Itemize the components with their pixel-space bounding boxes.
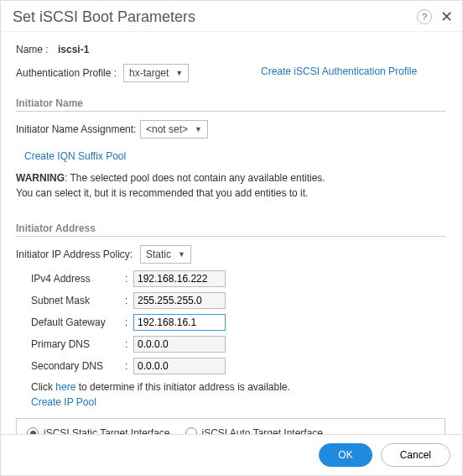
ip-policy-select[interactable]: Static ▼ [140, 245, 191, 264]
create-ip-pool-link[interactable]: Create IP Pool [31, 396, 96, 408]
address-fields: IPv4 Address : Subnet Mask : Default Gat… [31, 270, 445, 408]
create-iqn-link[interactable]: Create IQN Suffix Pool [24, 150, 126, 162]
gateway-input[interactable] [133, 314, 226, 331]
check-availability: Click here to determine if this initiato… [31, 381, 445, 393]
subnet-label: Subnet Mask [31, 295, 125, 306]
radio-icon [185, 427, 197, 434]
colon: : [125, 316, 133, 328]
ip-policy-value: Static [146, 248, 171, 260]
pdns-label: Primary DNS [31, 338, 125, 350]
divider [16, 236, 445, 237]
subnet-input[interactable] [133, 292, 226, 309]
pdns-input[interactable] [133, 336, 226, 353]
help-icon[interactable]: ? [417, 9, 432, 24]
ipv4-label: IPv4 Address [31, 273, 125, 285]
warning-line1: : The selected pool does not contain any… [65, 172, 325, 184]
radio-static-target[interactable]: iSCSI Static Target Interface [27, 427, 170, 434]
name-value: iscsi-1 [58, 44, 89, 55]
ip-policy-label: Initiator IP Address Policy: [16, 248, 140, 260]
ip-policy-row: Initiator IP Address Policy: Static ▼ [16, 245, 445, 264]
caret-down-icon: ▼ [178, 250, 185, 259]
warning-line2: You can select it, but it is recommended… [16, 187, 308, 199]
title-bar-actions: ? ✕ [417, 8, 454, 26]
subnet-row: Subnet Mask : [31, 292, 445, 309]
initiator-assignment-select[interactable]: <not set> ▼ [140, 120, 208, 139]
initiator-assignment-row: Initiator Name Assignment: <not set> ▼ [16, 120, 445, 139]
dialog-title: Set iSCSI Boot Parameters [13, 8, 195, 26]
initiator-assignment-value: <not set> [146, 123, 188, 135]
ok-button[interactable]: OK [319, 443, 372, 467]
check-here-link[interactable]: here [55, 381, 75, 393]
caret-down-icon: ▼ [195, 125, 202, 133]
target-interface-box: iSCSI Static Target Interface iSCSI Auto… [16, 418, 445, 434]
dialog-footer: OK Cancel [1, 434, 462, 475]
colon: : [125, 273, 133, 285]
auth-profile-label: Authentication Profile : [16, 67, 123, 79]
sdns-label: Secondary DNS [31, 360, 125, 372]
name-row: Name : iscsi-1 [16, 44, 445, 55]
dialog-content[interactable]: Name : iscsi-1 Authentication Profile : … [1, 32, 462, 434]
target-radio-group: iSCSI Static Target Interface iSCSI Auto… [27, 427, 434, 434]
create-iqn-link-wrap: Create IQN Suffix Pool [24, 150, 445, 162]
create-ip-pool-wrap: Create IP Pool [31, 396, 445, 408]
pool-warning: WARNING: The selected pool does not cont… [16, 170, 445, 201]
pdns-row: Primary DNS : [31, 336, 445, 353]
colon: : [125, 338, 133, 350]
check-suffix: to determine if this initiator address i… [75, 381, 289, 393]
sdns-input[interactable] [133, 358, 226, 374]
close-icon[interactable]: ✕ [439, 8, 454, 26]
ipv4-input[interactable] [133, 270, 226, 287]
colon: : [125, 360, 133, 372]
name-label: Name : [16, 44, 58, 55]
initiator-address-heading: Initiator Address [16, 222, 445, 234]
cancel-button[interactable]: Cancel [381, 443, 450, 467]
initiator-name-heading: Initiator Name [16, 97, 445, 109]
warning-bold: WARNING [16, 172, 65, 184]
sdns-row: Secondary DNS : [31, 358, 445, 374]
radio-auto-label: iSCSI Auto Target Interface [202, 427, 324, 434]
colon: : [125, 295, 133, 306]
create-auth-profile-link[interactable]: Create iSCSI Authentication Profile [261, 65, 417, 77]
caret-down-icon: ▼ [175, 69, 183, 77]
auth-profile-select[interactable]: hx-target ▼ [123, 64, 189, 82]
ipv4-row: IPv4 Address : [31, 270, 445, 287]
divider [16, 111, 445, 112]
check-prefix: Click [31, 381, 55, 393]
radio-static-label: iSCSI Static Target Interface [44, 427, 170, 434]
radio-auto-target[interactable]: iSCSI Auto Target Interface [185, 427, 324, 434]
gateway-row: Default Gateway : [31, 314, 445, 331]
dialog: Set iSCSI Boot Parameters ? ✕ Name : isc… [0, 0, 463, 476]
initiator-assignment-label: Initiator Name Assignment: [16, 123, 140, 135]
gateway-label: Default Gateway [31, 316, 125, 328]
radio-icon [27, 427, 39, 434]
title-bar: Set iSCSI Boot Parameters ? ✕ [1, 1, 462, 32]
auth-profile-value: hx-target [129, 67, 169, 79]
